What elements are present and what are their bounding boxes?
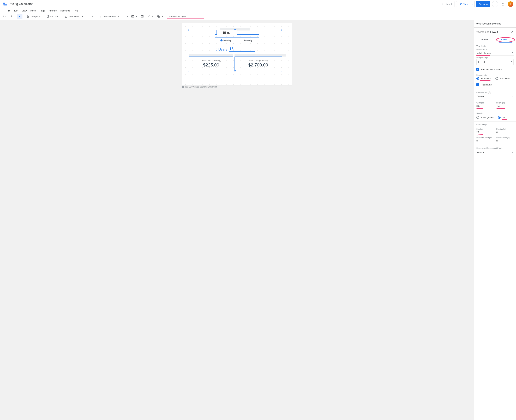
- image-button[interactable]: [130, 14, 139, 19]
- menu-bar: File Edit View Insert Page Arrange Resou…: [0, 8, 516, 13]
- menu-view[interactable]: View: [20, 9, 28, 13]
- annotation-mark: [167, 18, 204, 18]
- menu-insert[interactable]: Insert: [29, 9, 38, 13]
- eye-icon: [479, 3, 482, 6]
- svg-point-4: [495, 5, 495, 5]
- community-icon: [87, 15, 90, 18]
- reset-button[interactable]: Reset: [439, 1, 454, 7]
- svg-point-9: [88, 16, 88, 16]
- more-options-button[interactable]: [492, 1, 498, 7]
- svg-point-1: [480, 4, 481, 4]
- svg-point-3: [495, 4, 495, 4]
- menu-arrange[interactable]: Arrange: [47, 9, 58, 13]
- embed-button[interactable]: [123, 14, 129, 19]
- share-label: Share: [463, 3, 469, 6]
- theme-layout-label: Theme and layout: [169, 15, 186, 18]
- view-button[interactable]: View: [476, 1, 490, 7]
- control-icon: [99, 15, 102, 18]
- view-label: View: [483, 3, 488, 6]
- add-page-label: Add page: [31, 15, 40, 18]
- line-icon: [147, 15, 150, 18]
- redo-icon: [9, 15, 12, 18]
- text-button[interactable]: [139, 14, 145, 19]
- menu-file[interactable]: File: [5, 9, 12, 13]
- svg-point-0: [460, 3, 461, 4]
- report-title[interactable]: Pricing Calculator: [8, 2, 33, 6]
- code-icon: [125, 15, 128, 18]
- share-dropdown-button[interactable]: [470, 1, 475, 7]
- svg-point-17: [157, 15, 159, 17]
- community-viz-button[interactable]: [85, 14, 94, 19]
- text-icon: [141, 15, 144, 18]
- shape-button[interactable]: [155, 14, 164, 19]
- menu-help[interactable]: Help: [72, 9, 80, 13]
- shape-icon: [157, 15, 160, 18]
- add-control-label: Add a control: [103, 15, 116, 18]
- line-button[interactable]: [146, 14, 155, 19]
- reset-label: Reset: [446, 3, 452, 6]
- svg-point-15: [132, 16, 132, 16]
- add-chart-label: Add a chart: [69, 15, 80, 18]
- app-logo: [3, 2, 7, 6]
- add-control-button[interactable]: Add a control: [97, 14, 120, 19]
- account-avatar[interactable]: ☺: [508, 1, 513, 7]
- help-button[interactable]: [500, 1, 506, 7]
- svg-point-13: [100, 17, 101, 17]
- undo-icon: [3, 15, 6, 18]
- menu-resource[interactable]: Resource: [59, 9, 72, 13]
- add-page-button[interactable]: Add page: [25, 14, 42, 19]
- database-icon: [46, 15, 49, 18]
- cursor-icon: [18, 15, 21, 18]
- help-icon: [501, 3, 505, 6]
- select-tool[interactable]: [17, 14, 23, 19]
- menu-edit[interactable]: Edit: [13, 9, 20, 13]
- add-data-label: Add data: [50, 15, 59, 18]
- toolbar: Add page Add data Add a chart Add a cont…: [0, 13, 516, 20]
- svg-point-10: [89, 16, 89, 16]
- svg-point-2: [495, 3, 495, 3]
- more-vert-icon: [493, 3, 497, 6]
- add-chart-button[interactable]: Add a chart: [63, 14, 85, 19]
- svg-point-12: [100, 16, 100, 16]
- undo-button[interactable]: [1, 14, 7, 19]
- undo-icon: [441, 3, 445, 6]
- svg-rect-14: [131, 15, 134, 17]
- theme-layout-button[interactable]: Theme and layout: [167, 14, 188, 19]
- person-add-icon: [459, 3, 462, 6]
- svg-point-11: [88, 17, 88, 17]
- share-button[interactable]: Share: [456, 1, 472, 7]
- menu-page[interactable]: Page: [38, 9, 47, 13]
- image-icon: [131, 15, 134, 18]
- page-add-icon: [27, 15, 30, 18]
- svg-point-8: [47, 15, 48, 16]
- svg-point-6: [503, 5, 503, 5]
- app-header: Pricing Calculator Reset Share View ☺: [0, 0, 516, 8]
- chart-icon: [65, 15, 68, 18]
- redo-button[interactable]: [8, 14, 14, 19]
- add-data-button[interactable]: Add data: [45, 14, 61, 19]
